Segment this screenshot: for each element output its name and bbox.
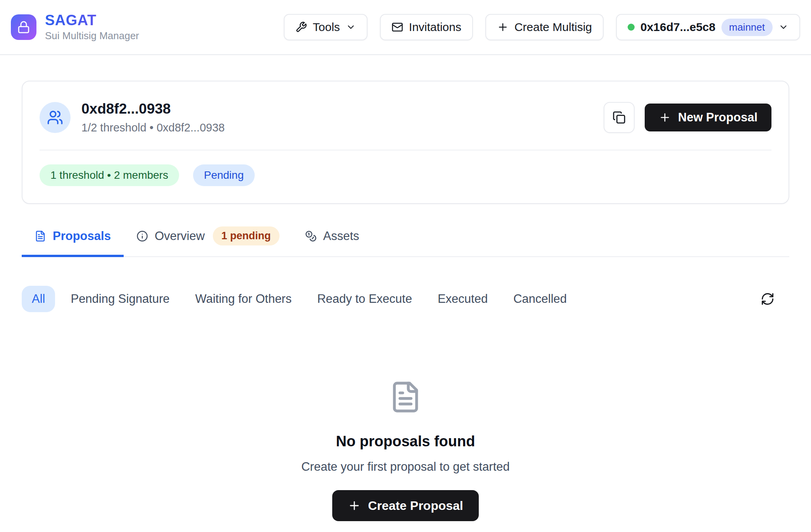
filter-cancelled[interactable]: Cancelled bbox=[503, 286, 577, 312]
copy-icon bbox=[613, 111, 626, 124]
tab-overview-label: Overview bbox=[155, 229, 205, 243]
app-header: SAGAT Sui Multisig Manager Tools Invitat… bbox=[0, 0, 811, 55]
coins-icon bbox=[305, 230, 317, 242]
wrench-icon bbox=[295, 21, 307, 33]
info-icon bbox=[136, 230, 148, 242]
create-proposal-button[interactable]: Create Proposal bbox=[332, 490, 478, 521]
file-text-icon bbox=[35, 230, 46, 242]
invitations-button[interactable]: Invitations bbox=[380, 14, 473, 40]
proposal-filters: All Pending Signature Waiting for Others… bbox=[22, 286, 789, 312]
status-badge: Pending bbox=[193, 164, 255, 187]
empty-state-title: No proposals found bbox=[336, 433, 475, 450]
empty-state: No proposals found Create your first pro… bbox=[22, 380, 789, 521]
app-title: SAGAT bbox=[45, 12, 139, 29]
plus-icon bbox=[659, 111, 671, 124]
chevron-down-icon bbox=[346, 22, 356, 32]
tab-proposals[interactable]: Proposals bbox=[22, 220, 124, 257]
filter-ready-to-execute[interactable]: Ready to Execute bbox=[307, 286, 422, 312]
mail-icon bbox=[392, 21, 403, 33]
filter-pending-signature[interactable]: Pending Signature bbox=[60, 286, 179, 312]
plus-icon bbox=[497, 21, 509, 33]
connection-status-dot bbox=[628, 24, 635, 31]
filter-all[interactable]: All bbox=[22, 286, 55, 312]
app-tagline: Sui Multisig Manager bbox=[45, 30, 139, 42]
multisig-card: 0xd8f2...0938 1/2 threshold • 0xd8f2...0… bbox=[22, 81, 789, 204]
tab-proposals-label: Proposals bbox=[53, 229, 111, 243]
multisig-title: 0xd8f2...0938 bbox=[81, 101, 225, 117]
network-badge: mainnet bbox=[721, 19, 773, 36]
brand: SAGAT Sui Multisig Manager bbox=[11, 12, 139, 42]
multisig-avatar bbox=[40, 102, 71, 133]
tab-bar: Proposals Overview 1 pending Assets bbox=[22, 220, 789, 257]
chevron-down-icon bbox=[778, 22, 789, 32]
refresh-button[interactable] bbox=[758, 290, 777, 308]
filter-executed[interactable]: Executed bbox=[428, 286, 498, 312]
app-logo bbox=[11, 14, 36, 40]
create-multisig-label: Create Multisig bbox=[514, 21, 592, 34]
tools-button[interactable]: Tools bbox=[284, 14, 368, 40]
wallet-button[interactable]: 0x16d7...e5c8 mainnet bbox=[616, 14, 800, 40]
card-divider bbox=[40, 150, 771, 150]
plus-icon bbox=[348, 499, 361, 512]
tab-overview[interactable]: Overview 1 pending bbox=[124, 220, 292, 257]
refresh-icon bbox=[761, 292, 775, 306]
tools-label: Tools bbox=[313, 21, 340, 34]
filter-waiting-for-others[interactable]: Waiting for Others bbox=[185, 286, 302, 312]
invitations-label: Invitations bbox=[409, 21, 461, 34]
new-proposal-button[interactable]: New Proposal bbox=[645, 104, 771, 131]
create-proposal-label: Create Proposal bbox=[368, 499, 463, 513]
users-icon bbox=[47, 109, 63, 126]
header-actions: Tools Invitations Create Multisig 0x16d7… bbox=[284, 14, 800, 40]
tab-assets-label: Assets bbox=[323, 229, 359, 243]
create-multisig-button[interactable]: Create Multisig bbox=[485, 14, 604, 40]
threshold-members-badge: 1 threshold • 2 members bbox=[40, 164, 179, 187]
multisig-subtitle: 1/2 threshold • 0xd8f2...0938 bbox=[81, 121, 225, 134]
lock-icon bbox=[17, 21, 30, 34]
wallet-address: 0x16d7...e5c8 bbox=[640, 21, 716, 34]
tab-assets[interactable]: Assets bbox=[292, 220, 372, 257]
empty-state-subtitle: Create your first proposal to get starte… bbox=[301, 460, 510, 474]
pending-count-badge: 1 pending bbox=[213, 226, 280, 245]
copy-address-button[interactable] bbox=[604, 102, 635, 133]
document-icon bbox=[389, 380, 422, 414]
main-content: 0xd8f2...0938 1/2 threshold • 0xd8f2...0… bbox=[22, 81, 789, 521]
new-proposal-label: New Proposal bbox=[678, 111, 758, 124]
